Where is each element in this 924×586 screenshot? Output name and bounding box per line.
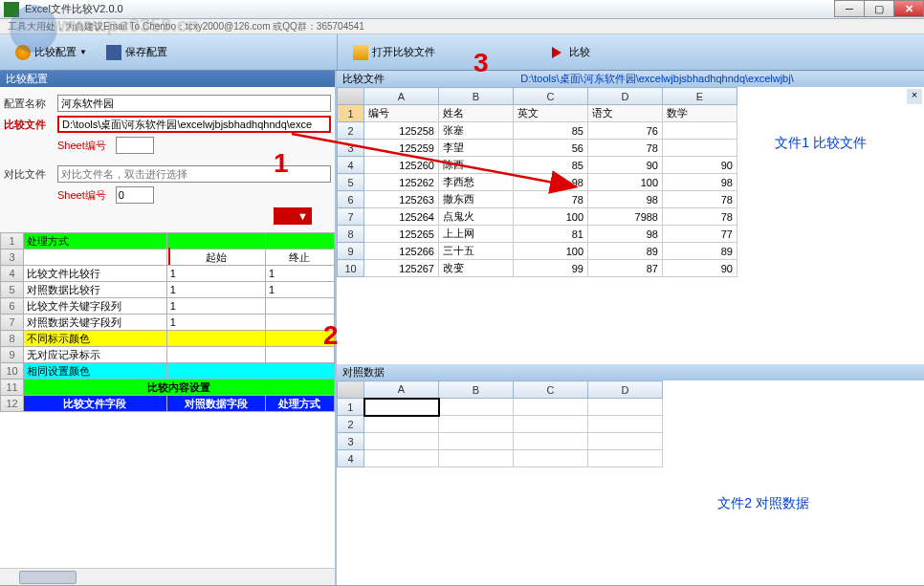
config-grid-row[interactable]: 10相同设置颜色 [1,363,335,380]
config-grid[interactable]: 1处理方式3起始终止4比较文件比较行115对照数据比较行116比较文件关键字段列… [0,232,335,412]
info-bar: 工具大用处，为自建议Email To Chenbo：tcxy2000@126.c… [0,19,924,34]
close-sheet-icon[interactable]: × [907,89,922,104]
minimize-button[interactable]: ─ [834,0,865,17]
folder-icon [353,45,368,60]
config-button-label: 比较配置 [34,45,77,59]
compare-spreadsheet[interactable]: ABCDE1编号姓名英文语文数学2125258张塞85763125259李望56… [337,87,924,364]
compare-file-header-label: 比较文件 [337,72,390,86]
window-titlebar: Excel文件比较V2.0.0 ─ ▢ ✕ [0,0,924,19]
compare-file-input[interactable] [57,116,331,133]
dropdown-button[interactable]: ▼ [274,207,312,225]
config-grid-row[interactable]: 4比较文件比较行11 [1,266,335,282]
compare-file-label: 比较文件 [4,118,57,132]
sheet-num-input-2[interactable] [116,186,154,204]
app-icon [4,2,19,17]
config-panel-header: 比较配置 [0,71,335,87]
save-config-label: 保存配置 [125,45,167,59]
config-grid-row[interactable]: 12比较文件字段对照数据字段处理方式 [1,396,335,412]
left-panel: 比较配置 配置名称 比较文件 Sheet编号 对比文件 Sheet编号 [0,71,337,585]
save-icon [106,45,121,60]
config-grid-row[interactable]: 3起始终止 [1,250,335,266]
config-grid-row[interactable]: 11比较内容设置 [1,380,335,396]
close-button[interactable]: ✕ [893,0,924,17]
config-grid-row[interactable]: 9无对应记录标示 [1,347,335,363]
open-file-label: 打开比较文件 [372,45,435,59]
open-file-button[interactable]: 打开比较文件 [343,40,445,65]
file1-overlay-label: 文件1 比较文件 [775,135,867,152]
config-button[interactable]: 比较配置 ▼ [6,40,97,65]
config-name-label: 配置名称 [4,97,57,111]
config-grid-row[interactable]: 5对照数据比较行11 [1,282,335,298]
contrast-file-input[interactable] [57,165,331,183]
toolbar: 比较配置 ▼ 保存配置 打开比较文件 比较 [0,34,924,71]
compare-button[interactable]: 比较 [542,40,600,65]
compare-file-path: D:\tools\桌面\河东软件园\excelwjbjsbhadhqhndq\e… [390,72,924,86]
config-grid-row[interactable]: 7对照数据关键字段列1 [1,315,335,331]
contrast-file-label: 对比文件 [4,167,57,182]
save-config-button[interactable]: 保存配置 [97,40,177,65]
contrast-data-label: 对照数据 [337,365,390,380]
config-grid-row[interactable]: 6比较文件关键字段列1 [1,298,335,315]
play-icon [552,47,561,58]
left-scrollbar[interactable] [0,568,335,585]
sheet-num-label-1: Sheet编号 [57,139,106,153]
config-grid-row[interactable]: 8不同标示颜色 [1,331,335,347]
sheet-num-input-1[interactable] [116,137,154,154]
maximize-button[interactable]: ▢ [864,0,894,17]
sheet-num-label-2: Sheet编号 [57,188,106,203]
window-title: Excel文件比较V2.0.0 [25,2,123,16]
compare-file-header: 比较文件 D:\tools\桌面\河东软件园\excelwjbjsbhadhqh… [337,71,924,87]
contrast-spreadsheet[interactable]: ABCD1234 文件2 对照数据 [337,380,924,585]
compare-label: 比较 [569,45,590,59]
file2-overlay-label: 文件2 对照数据 [717,495,809,512]
contrast-data-header: 对照数据 [337,364,924,380]
chevron-down-icon: ▼ [79,48,87,56]
config-name-input[interactable] [57,95,331,112]
right-panel: 比较文件 D:\tools\桌面\河东软件园\excelwjbjsbhadhqh… [337,71,924,585]
config-grid-row[interactable]: 1处理方式 [1,233,335,250]
gear-icon [15,45,31,60]
red-cursor-line [168,248,170,265]
